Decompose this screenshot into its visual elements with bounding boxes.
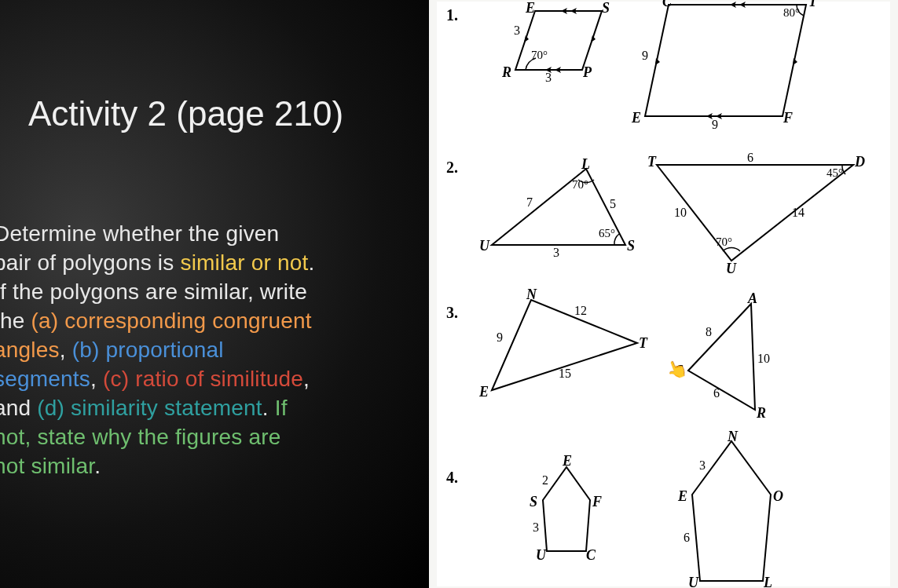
instr-text: , [60,338,72,362]
vertex-D: D [855,154,865,170]
fig-1-right: C T F E 9 9 80° [629,0,841,132]
svg-marker-1 [645,5,806,116]
vertex-F: F [783,110,793,126]
fig-3-right: A S R 8 10 6 👆 [665,292,806,418]
dim-CE: 9 [642,49,648,63]
instr-ifnot: not similar [0,454,94,478]
vertex-E: E [678,488,687,505]
vertex-T: T [647,154,656,170]
dim-EF: 9 [712,118,718,132]
pentagon-enolu [657,432,806,585]
svg-marker-5 [688,304,755,410]
vertex-E: E [563,453,572,469]
angle-S: 65° [599,227,615,240]
angle-U: 70° [716,236,732,249]
instr-text: , [90,367,103,391]
vertex-F: F [592,494,602,510]
vertex-U: U [479,238,489,254]
worksheet-panel: 1. E S P R 3 3 70° [429,0,898,588]
dim-ET: 15 [559,367,571,381]
pentagon-sefcu [508,453,625,571]
vertex-R: R [502,64,511,81]
instr-part-b: (b) proportional [72,338,224,362]
worksheet-page: 1. E S P R 3 3 70° [437,2,890,586]
dim-NT: 12 [574,304,587,318]
svg-marker-6 [543,467,590,551]
instr-part-d: (d) similarity statement [37,396,262,420]
dim-EN: 3 [699,458,706,473]
instr-ifnot: If [275,396,288,420]
instr-part-a: (a) corresponding congruent [31,309,312,333]
dim-LS: 5 [610,197,616,211]
dim-ER: 3 [514,24,520,38]
dim-AR: 10 [757,352,770,366]
question-number-3: 3. [446,304,458,322]
instr-text: If [0,279,13,304]
instr-text: , [303,367,310,391]
vertex-U: U [536,547,546,564]
instr-ifnot: not, state why the figures are [0,425,281,449]
vertex-N: N [728,429,738,445]
instr-part-c: (c) ratio of similitude [103,367,303,391]
fig-1-left: E S P R 3 3 70° [476,2,625,96]
vertex-E: E [479,384,489,400]
angle-D: 45° [827,166,843,180]
dim-US: 3 [553,246,559,260]
vertex-E: E [526,0,535,16]
instr-text: and [0,396,37,420]
dim-UL: 7 [526,195,533,210]
vertex-U: U [726,261,736,277]
dim-SA: 8 [706,325,712,339]
vertex-T: T [808,0,817,10]
vertex-N: N [526,287,537,303]
dim-SE: 2 [542,473,548,488]
dim-SR: 6 [713,386,720,400]
dim-EU: 6 [684,531,690,545]
dim-RP: 3 [545,71,552,85]
question-number-4: 4. [446,469,458,487]
instr-text: the [0,309,31,333]
fig-3-left: N T E 9 12 15 [468,288,649,406]
vertex-O: O [773,488,783,505]
angle-R: 70° [531,49,548,62]
svg-marker-0 [515,11,602,70]
instr-text: . [262,396,275,420]
slide-title: Activity 2 (page 210) [28,94,343,133]
dim-SU: 3 [533,520,539,535]
instr-text: pair of polygons is [0,250,180,275]
question-number-1: 1. [446,6,458,24]
fig-4-right: N O L U E 3 6 [657,432,806,585]
instr-part-b: segments [0,367,90,391]
angle-T: 80° [783,6,800,20]
vertex-L: L [764,575,772,588]
vertex-S: S [602,0,610,16]
fig-2-left: L U S 7 5 3 70° 65° [468,155,641,265]
triangle-asr [665,292,806,418]
instr-part-a: angles [0,338,60,362]
instructions-block: Determine whether the given pair of poly… [0,220,315,481]
vertex-U: U [688,575,698,588]
parallelogram-ctfe [629,0,841,132]
instr-text: . [94,454,101,478]
dim-EN: 9 [497,331,503,345]
angle-L: 70° [572,178,588,192]
vertex-C: C [662,0,672,10]
fig-2-right: T D U 6 10 14 45° 70° [641,151,877,276]
dim-TD: 6 [747,151,753,165]
vertex-A: A [748,290,757,307]
vertex-E: E [632,110,641,126]
vertex-C: C [586,547,596,564]
instr-text: . [309,250,315,275]
instr-text: the polygons are similar, write [13,279,307,304]
dim-DU: 14 [792,206,805,220]
vertex-P: P [583,64,592,81]
vertex-T: T [639,335,647,352]
triangle-net [468,288,649,406]
question-number-2: 2. [446,159,458,177]
vertex-S: S [530,494,537,510]
slide-panel: Activity 2 (page 210) Determine whether … [0,0,429,588]
vertex-L: L [581,156,590,173]
instr-text: Determine whether the given [0,221,279,246]
vertex-S: S [627,238,635,254]
fig-4-left: E F C U S 2 3 [508,453,625,571]
